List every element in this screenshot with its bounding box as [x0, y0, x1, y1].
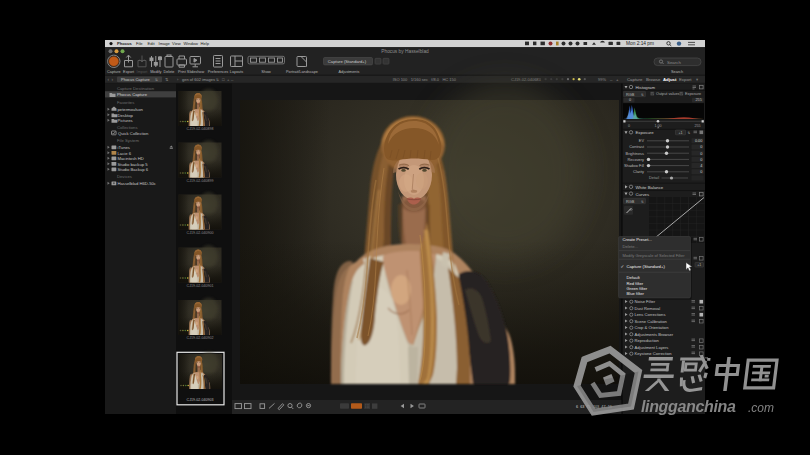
- svg-text:Adjust: Adjust: [663, 77, 677, 82]
- svg-text:gen of 602 images: gen of 602 images: [182, 77, 215, 82]
- svg-text:ISO 100 1/160 sec f/8.0: ISO 100 1/160 sec f/8.0 HC 150: [393, 77, 457, 82]
- svg-text:⇅: ⇅: [688, 131, 691, 135]
- svg-text:Phocus Capture: Phocus Capture: [117, 92, 148, 97]
- svg-text:Adjustments Browser: Adjustments Browser: [635, 332, 674, 337]
- svg-text:Default: Default: [627, 275, 641, 280]
- svg-text:+1: +1: [697, 263, 701, 267]
- svg-text:Capture: Capture: [107, 70, 121, 74]
- svg-text:Phocus by Hasselblad: Phocus by Hasselblad: [381, 49, 429, 54]
- svg-text:Preferences: Preferences: [208, 70, 229, 74]
- svg-text:+1: +1: [678, 131, 682, 135]
- svg-text:0: 0: [628, 124, 630, 128]
- svg-text:Show: Show: [261, 70, 271, 74]
- svg-text:petermoulson: petermoulson: [118, 107, 144, 112]
- svg-text:Pictures: Pictures: [118, 118, 133, 123]
- svg-text:Histogram: Histogram: [636, 85, 656, 90]
- svg-text:⇅: ⇅: [641, 93, 644, 97]
- svg-text:Crop & Orientation: Crop & Orientation: [635, 325, 670, 330]
- svg-text:Capture: Capture: [627, 77, 643, 82]
- svg-text:Modify: Modify: [150, 70, 161, 74]
- svg-text:Create Preset...: Create Preset...: [623, 237, 652, 242]
- svg-text:Clarity: Clarity: [633, 169, 644, 174]
- svg-text:Hasselblad H6D-50c: Hasselblad H6D-50c: [118, 181, 156, 186]
- svg-text:Export: Export: [123, 70, 135, 74]
- svg-text:0: 0: [700, 145, 702, 149]
- svg-text:Studio Backup 6: Studio Backup 6: [118, 167, 149, 172]
- svg-text:Keystone Correction: Keystone Correction: [635, 351, 673, 356]
- svg-text:CJ19-02-040899: CJ19-02-040899: [187, 179, 214, 183]
- svg-text:Phocus Capture: Phocus Capture: [121, 77, 150, 82]
- svg-text:Help: Help: [201, 41, 210, 46]
- svg-text:Slideshow: Slideshow: [187, 70, 205, 74]
- svg-text:Reproduction: Reproduction: [635, 338, 660, 343]
- svg-text:CJ19-02-040898: CJ19-02-040898: [187, 127, 214, 131]
- svg-text:RGB: RGB: [626, 92, 635, 97]
- svg-text:Red filter: Red filter: [627, 281, 644, 286]
- svg-text:Devices: Devices: [117, 174, 132, 179]
- svg-text:Shadow Fill: Shadow Fill: [624, 163, 644, 168]
- svg-text:Capture (Standard+): Capture (Standard+): [328, 59, 367, 64]
- svg-text:Image: Image: [159, 41, 171, 46]
- svg-text:Adjustments: Adjustments: [339, 70, 360, 74]
- svg-text:™: ™: [704, 356, 709, 361]
- svg-text:0: 0: [700, 158, 702, 162]
- svg-text:Quick Collection: Quick Collection: [118, 131, 149, 136]
- svg-text:Modify Greyscale of Selected F: Modify Greyscale of Selected Filter: [623, 253, 686, 258]
- svg-text:Output values: Output values: [656, 92, 680, 96]
- svg-text:File System: File System: [117, 138, 139, 143]
- svg-text:Capture Destination: Capture Destination: [117, 86, 155, 91]
- svg-text:CJ19-02-040900: CJ19-02-040900: [187, 231, 214, 235]
- svg-text:Search: Search: [671, 70, 683, 74]
- svg-text:Lacie 6: Lacie 6: [118, 151, 132, 156]
- svg-text:255: 255: [695, 98, 701, 102]
- svg-text:Exposure: Exposure: [636, 130, 655, 135]
- svg-text:Import: Import: [137, 70, 149, 74]
- svg-text:Favorites: Favorites: [117, 100, 134, 105]
- svg-text:Studio backup 5: Studio backup 5: [118, 162, 149, 167]
- svg-text:⇅: ⇅: [216, 78, 219, 82]
- svg-text:Dust Removal: Dust Removal: [635, 306, 661, 311]
- svg-text:255: 255: [694, 124, 700, 128]
- svg-text:Edit: Edit: [148, 41, 156, 46]
- svg-text:View: View: [172, 41, 181, 46]
- svg-text:Lens Corrections: Lens Corrections: [635, 312, 666, 317]
- svg-text:Mon 2:14 pm: Mon 2:14 pm: [626, 41, 654, 46]
- svg-text:Blue filter: Blue filter: [627, 291, 645, 296]
- svg-text:lingganchina: lingganchina: [641, 398, 736, 415]
- svg-text:White Balance: White Balance: [636, 185, 664, 190]
- svg-text:Brightness: Brightness: [626, 151, 644, 156]
- svg-text:Search: Search: [667, 60, 681, 65]
- svg-text:Noise Filter: Noise Filter: [635, 299, 656, 304]
- svg-text:Desktop: Desktop: [118, 113, 134, 118]
- svg-text:✓: ✓: [621, 264, 625, 269]
- svg-text:Recovery: Recovery: [628, 157, 644, 162]
- svg-text:iTunes: iTunes: [118, 145, 130, 150]
- svg-text:Scene Calibration: Scene Calibration: [635, 319, 668, 324]
- svg-text:⇅: ⇅: [155, 78, 158, 82]
- svg-text:Curves: Curves: [636, 192, 650, 197]
- svg-text:EV: EV: [639, 138, 645, 143]
- svg-text:0: 0: [629, 98, 631, 102]
- svg-text:Contrast: Contrast: [629, 144, 645, 149]
- svg-text:Export: Export: [679, 77, 692, 82]
- svg-text:Portrait/Landscape: Portrait/Landscape: [286, 70, 318, 74]
- svg-text:+: +: [616, 77, 619, 82]
- svg-text:File: File: [136, 41, 143, 46]
- svg-text:CJ19-02-040903: CJ19-02-040903: [187, 398, 214, 402]
- svg-text:0: 0: [700, 170, 702, 174]
- svg-text:CJ19-02-040901: CJ19-02-040901: [187, 284, 214, 288]
- svg-text:Capture (Standard+): Capture (Standard+): [627, 264, 666, 269]
- svg-text:4: 4: [700, 164, 702, 168]
- svg-text:CJ19-02-040902: CJ19-02-040902: [187, 336, 214, 340]
- svg-text:⇅: ⇅: [641, 200, 644, 204]
- svg-text:Detail: Detail: [649, 175, 659, 180]
- svg-text:Exposure: Exposure: [685, 92, 701, 96]
- svg-text:Delete: Delete: [164, 70, 175, 74]
- svg-text:CJ19-02-040683: CJ19-02-040683: [511, 77, 542, 82]
- svg-text:Window: Window: [184, 41, 199, 46]
- svg-text:Delete...: Delete...: [623, 244, 639, 249]
- svg-text:0: 0: [700, 152, 702, 156]
- svg-text:.com: .com: [748, 401, 774, 415]
- svg-text:99%: 99%: [598, 77, 606, 82]
- svg-text:Layouts: Layouts: [230, 70, 243, 74]
